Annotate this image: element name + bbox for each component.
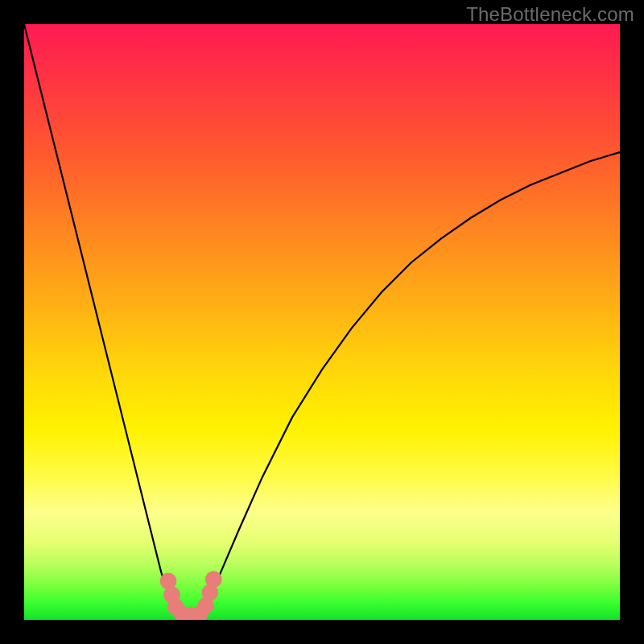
curve-right-branch <box>203 152 620 617</box>
right-marker-upper <box>205 571 222 588</box>
curve-layer <box>24 24 620 620</box>
marker-group <box>160 571 222 620</box>
watermark-text: TheBottleneck.com <box>466 3 634 26</box>
plot-area <box>24 24 620 620</box>
chart-frame: TheBottleneck.com <box>0 0 644 644</box>
curve-left-branch <box>24 24 179 617</box>
